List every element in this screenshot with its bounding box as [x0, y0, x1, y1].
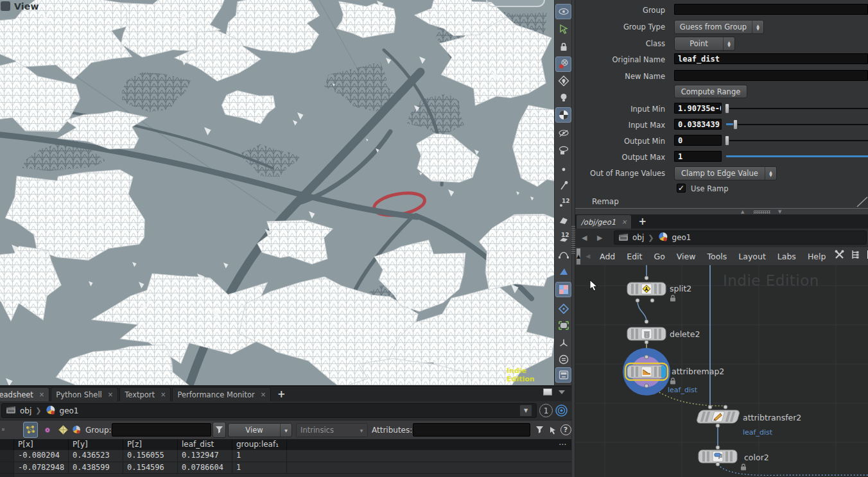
wrench-tools-icon[interactable] — [834, 249, 846, 263]
points-display-icon[interactable] — [23, 422, 38, 438]
cell-r1c2[interactable]: 0.154596 — [123, 462, 178, 474]
output-max-slider[interactable] — [726, 155, 868, 157]
menu-view[interactable]: View — [671, 252, 702, 261]
node-label-color2[interactable]: color2 — [744, 453, 769, 462]
scene-viewport[interactable]: View Indie Edition — [0, 0, 554, 385]
cell-r0c4[interactable]: 1 — [232, 450, 287, 462]
column-header-4[interactable]: leaf_dist — [178, 439, 232, 450]
visualizer-icon[interactable] — [555, 352, 571, 367]
input-min-field[interactable]: 1.90735e-06 — [674, 103, 722, 114]
select-arrow-icon[interactable] — [555, 21, 571, 37]
light-bulb-icon[interactable] — [555, 90, 571, 105]
hide-points-eye-icon[interactable] — [555, 126, 571, 141]
pane-splitter[interactable]: ▲ ▼ — [575, 208, 868, 214]
attributes-funnel-icon[interactable] — [533, 422, 546, 438]
cell-r0c3[interactable]: 0.132947 — [178, 450, 232, 462]
cell-r1c1[interactable]: 0.438599 — [69, 462, 123, 474]
cell-r1c3[interactable]: 0.0786604 — [178, 462, 232, 474]
column-header-2[interactable]: P[y] — [69, 439, 123, 450]
breadcrumb-geo1[interactable]: geo1 — [60, 406, 79, 415]
camera-pill[interactable] — [486, 0, 545, 7]
menu-tools[interactable]: Tools — [702, 252, 733, 261]
light-diamond-icon[interactable] — [555, 73, 571, 89]
group-bounds-icon[interactable] — [555, 318, 571, 333]
network-canvas[interactable]: Indie Edition split2delete2attribremap2l… — [575, 265, 868, 477]
group-funnel-icon[interactable] — [213, 422, 226, 438]
node-label-attribtransfer2[interactable]: attribtransfer2 — [743, 413, 801, 422]
view-tool-icon[interactable] — [555, 4, 571, 19]
network-tab-obj-geo1[interactable]: /obj/geo1 × — [576, 214, 632, 229]
tab-close-icon[interactable]: × — [108, 391, 113, 398]
group-type-dropdown[interactable]: Guess from Group ▲▼ — [674, 20, 764, 34]
point-numbers-icon[interactable]: 12 — [555, 195, 571, 211]
group-filter-input[interactable] — [112, 423, 211, 437]
network-path-field[interactable]: obj ❯ geo1 — [614, 230, 867, 245]
input-min-slider-handle[interactable] — [725, 103, 729, 114]
cell-r1c0[interactable]: -0.0782948 — [14, 462, 69, 474]
menu-layout[interactable]: Layout — [733, 252, 772, 261]
column-header-1[interactable]: P[x] — [14, 439, 69, 450]
new-tab-button[interactable]: + — [272, 387, 291, 401]
tab-close-icon[interactable]: × — [161, 391, 166, 398]
panel-toggle-icon[interactable] — [555, 367, 571, 383]
attributes-filter-input[interactable] — [413, 423, 530, 437]
prim-display-icon[interactable] — [56, 422, 71, 438]
point-display-icon[interactable] — [555, 162, 571, 177]
tab-readsheet[interactable]: readsheet× — [0, 387, 49, 401]
prim-display-icon[interactable] — [555, 212, 571, 228]
view-mode-dropdown[interactable]: View ▼ — [228, 423, 292, 437]
pane-menu-chevron-icon[interactable] — [559, 390, 565, 394]
menu-labs[interactable]: Labs — [772, 252, 802, 261]
out-of-range-dropdown[interactable]: Clamp to Edge Value ▲▼ — [674, 166, 777, 180]
spreadsheet-path-field[interactable]: obj ❯ geo1 ▼ — [1, 403, 537, 418]
group-diamond-icon[interactable] — [555, 301, 571, 317]
compute-range-button[interactable]: Compute Range — [674, 85, 747, 98]
node-label-split2[interactable]: split2 — [670, 284, 691, 293]
new-name-field[interactable] — [674, 70, 868, 81]
network-tab-close-icon[interactable]: × — [621, 218, 627, 225]
column-header-3[interactable]: P[z] — [123, 439, 178, 450]
node-label-delete2[interactable]: delete2 — [670, 329, 700, 339]
remap-section-label[interactable]: Remap — [592, 197, 619, 206]
viewport-pane-icon[interactable] — [1, 1, 10, 11]
nav-back-icon[interactable]: ◀ — [582, 234, 587, 242]
original-name-field[interactable]: leaf_dist — [674, 53, 868, 64]
menu-add[interactable]: Add — [594, 252, 621, 261]
pane-maximize-icon[interactable] — [543, 388, 552, 395]
nav-forward-icon[interactable]: ▶ — [597, 234, 602, 242]
output-max-field[interactable]: 1 — [674, 151, 722, 162]
breadcrumb-obj[interactable]: obj — [20, 406, 31, 415]
uv-checker-icon[interactable] — [555, 282, 571, 297]
cell-r0c1[interactable]: 0.436523 — [69, 450, 123, 462]
prim-normals-icon[interactable] — [555, 264, 571, 279]
geometry-spreadsheet-table[interactable]: P[x]P[y]P[z]leaf_distgroup:leaf₁⋯-0.0802… — [0, 439, 571, 477]
splitter-grip[interactable] — [754, 211, 770, 214]
cache-count-badge[interactable]: 1 — [539, 404, 553, 417]
hide-prims-eye-icon[interactable] — [555, 143, 571, 158]
network-breadcrumb-geo1[interactable]: geo1 — [672, 233, 691, 242]
menu-help[interactable]: Help — [802, 252, 832, 261]
output-min-slider[interactable] — [726, 140, 868, 141]
network-breadcrumb-obj[interactable]: obj — [632, 233, 644, 242]
secure-selection-lock-icon[interactable] — [555, 39, 571, 55]
prim-numbers-icon[interactable]: 12 — [555, 229, 571, 245]
use-ramp-checkbox[interactable]: ✓ — [677, 184, 686, 193]
class-dropdown[interactable]: Point ▲▼ — [674, 37, 735, 51]
vertex-display-icon[interactable] — [40, 422, 55, 438]
splitter-down-icon[interactable]: ▼ — [778, 209, 781, 214]
cell-r1c4[interactable]: 1 — [232, 462, 287, 474]
tab-python-shell[interactable]: Python Shell× — [51, 387, 118, 401]
tab-textport[interactable]: Textport× — [119, 387, 171, 401]
splitter-up-icon[interactable]: ▲ — [741, 209, 744, 214]
tab-close-icon[interactable]: × — [261, 391, 266, 398]
shaded-sphere-icon[interactable] — [555, 107, 571, 123]
menu-go[interactable]: Go — [648, 252, 671, 261]
curve-handles-icon[interactable] — [555, 246, 571, 261]
detail-display-icon[interactable] — [69, 422, 84, 438]
input-max-slider[interactable] — [726, 124, 868, 125]
node-label-attribremap2[interactable]: attribremap2 — [672, 367, 724, 376]
snap-options-icon[interactable] — [555, 56, 571, 72]
input-min-slider[interactable] — [726, 108, 868, 109]
cell-r0c2[interactable]: 0.156055 — [123, 450, 178, 462]
path-dropdown-icon[interactable]: ▼ — [519, 404, 532, 417]
